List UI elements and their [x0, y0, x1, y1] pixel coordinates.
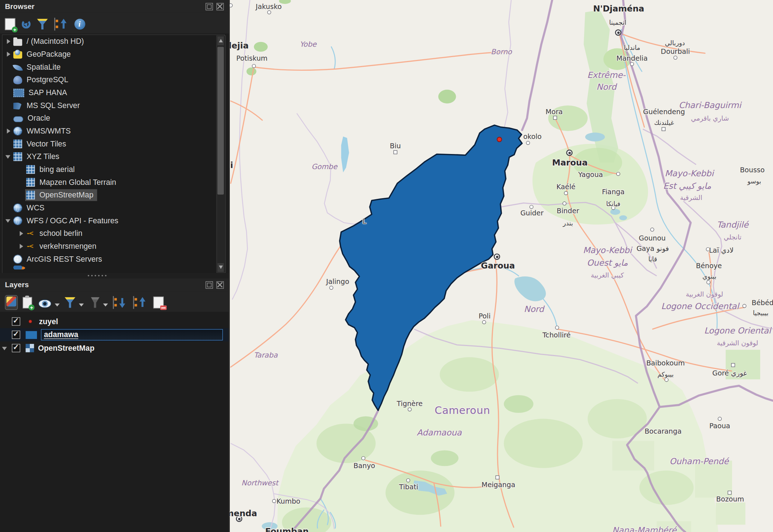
scroll-down-icon[interactable]: [217, 263, 224, 272]
layer-item-adamawa[interactable]: adamawa: [0, 328, 229, 341]
tree-item-arcgis-rest-servers[interactable]: ArcGIS REST Servers: [3, 253, 225, 266]
browser-scrollbar[interactable]: [217, 36, 226, 273]
tree-item-macintosh-hd[interactable]: / (Macintosh HD): [3, 35, 225, 48]
tree-item-label: WCS: [27, 204, 45, 213]
expander-icon[interactable]: [4, 217, 12, 225]
close-panel-icon[interactable]: [217, 3, 224, 10]
expander-icon[interactable]: [4, 37, 12, 45]
tree-item-oracle[interactable]: Oracle: [3, 112, 225, 125]
tree-item-body: school berlin: [25, 228, 86, 239]
filter-browser-icon[interactable]: [37, 19, 48, 29]
tree-item-label: verkehrsmengen: [40, 242, 96, 251]
tree-item-xyz-tiles[interactable]: XYZ Tiles: [3, 150, 225, 163]
globe-wfs-icon: [13, 216, 22, 225]
expander-icon[interactable]: [4, 50, 12, 58]
float-panel-icon[interactable]: [205, 3, 213, 10]
tree-item-ms-sql-server[interactable]: MS SQL Server: [3, 99, 225, 112]
layer-rename-input[interactable]: adamawa: [41, 329, 223, 341]
expand-all-icon[interactable]: [113, 296, 126, 309]
styling-panel-icon[interactable]: [6, 297, 16, 306]
tree-item-label: SpatiaLite: [27, 62, 61, 71]
layer-label: OpenStreetMap: [38, 344, 94, 353]
tree-item-label: school berlin: [40, 229, 82, 238]
pressed-tool[interactable]: [5, 295, 18, 310]
expander-spacer: [4, 89, 12, 97]
float-panel-icon[interactable]: [205, 281, 213, 289]
expander-icon[interactable]: [1, 344, 9, 352]
tree-item-bing-aerial[interactable]: bing aerial: [3, 163, 225, 176]
map-canvas[interactable]: JakuskodejiaPotiskumYobeBornoN'Djaménaان…: [229, 0, 773, 532]
expander-spacer: [1, 331, 9, 339]
tree-item-wms-wmts[interactable]: WMS/WMTS: [3, 125, 225, 137]
dropdown-caret-icon[interactable]: [103, 303, 108, 306]
postgresql-icon: [13, 76, 22, 84]
tree-item-label: Mapzen Global Terrain: [40, 178, 116, 187]
filter-legend-icon[interactable]: [65, 297, 75, 308]
tree-item-vector-tiles[interactable]: Vector Tiles: [3, 137, 225, 150]
zuyel-feature[interactable]: [497, 137, 502, 142]
expander-spacer: [4, 255, 12, 263]
tree-item-geopackage[interactable]: GeoPackage: [3, 48, 225, 61]
panel-splitter[interactable]: [0, 273, 229, 278]
browser-toolbar: [0, 13, 229, 34]
tree-item-partial[interactable]: [3, 266, 225, 270]
tree-item-mapzen-global-terrain[interactable]: Mapzen Global Terrain: [3, 176, 225, 189]
expander-icon[interactable]: [17, 230, 25, 238]
properties-info-icon[interactable]: [74, 19, 85, 29]
dropdown-caret-icon[interactable]: [55, 303, 60, 306]
expander-icon[interactable]: [4, 153, 12, 160]
tiles-icon: [13, 152, 22, 161]
layers-toolbar: [0, 291, 229, 312]
browser-panel-title: Browser: [5, 2, 34, 10]
scrollbar-thumb[interactable]: [217, 47, 224, 195]
expander-spacer: [17, 178, 25, 186]
tree-item-label: ArcGIS REST Servers: [27, 255, 102, 264]
tree-item-label: SAP HANA: [29, 88, 67, 97]
layers-panel-title: Layers: [5, 280, 29, 289]
add-layer-icon[interactable]: [5, 18, 15, 30]
tree-item-verkehrsmengen[interactable]: verkehrsmengen: [3, 240, 225, 253]
tree-item-openstreetmap[interactable]: OpenStreetMap: [3, 189, 225, 202]
layer-checkbox[interactable]: [12, 317, 20, 326]
tree-item-spatialite[interactable]: SpatiaLite: [3, 61, 225, 74]
tree-item-body: XYZ Tiles: [12, 151, 63, 163]
scroll-up-icon[interactable]: [217, 37, 224, 46]
geopackage-icon: [13, 51, 22, 59]
expander-spacer: [1, 318, 9, 326]
left-dock: Browser / (Macintosh HD)GeoPackageSpatia…: [0, 0, 229, 532]
tree-item-body: WMS/WMTS: [12, 125, 75, 137]
tree-item-label: OpenStreetMap: [40, 191, 93, 200]
tree-item-label: PostgreSQL: [27, 75, 68, 84]
tree-item-body: bing aerial: [25, 164, 79, 176]
tree-item-postgresql[interactable]: PostgreSQL: [3, 73, 225, 86]
tree-item-wfs-ogc-api-features[interactable]: WFS / OGC API - Features: [3, 214, 225, 227]
tree-item-label: GeoPackage: [27, 50, 71, 59]
tree-item-sap-hana[interactable]: SAP HANA: [3, 86, 225, 99]
collapse-all-icon[interactable]: [54, 18, 68, 31]
remove-layer-icon[interactable]: [153, 297, 164, 308]
tree-item-label: Vector Tiles: [27, 139, 66, 148]
sap-hana-icon: [13, 89, 24, 97]
dropdown-caret-icon[interactable]: [79, 303, 84, 306]
expander-spacer: [4, 266, 12, 270]
layer-item-openstreetmap[interactable]: OpenStreetMap: [0, 341, 229, 355]
expander-icon[interactable]: [17, 242, 25, 250]
refresh-icon[interactable]: [22, 20, 31, 29]
point-red-icon: [29, 320, 32, 323]
expander-icon[interactable]: [4, 127, 12, 135]
osm-checker-icon: [26, 344, 34, 352]
tree-item-wcs[interactable]: WCS: [3, 201, 225, 214]
layer-checkbox[interactable]: [12, 331, 20, 339]
tree-item-school-berlin[interactable]: school berlin: [3, 227, 225, 240]
mssql-icon: [13, 102, 22, 110]
collapse-all-icon[interactable]: [133, 296, 147, 309]
close-panel-icon[interactable]: [217, 281, 224, 289]
manage-themes-icon[interactable]: [38, 299, 51, 308]
layers-panel-header: Layers: [0, 278, 229, 291]
layer-item-zuyel[interactable]: zuyel: [0, 315, 229, 328]
layer-checkbox[interactable]: [12, 344, 20, 352]
qgis-window: Browser / (Macintosh HD)GeoPackageSpatia…: [0, 0, 773, 532]
filter-expression-icon[interactable]: [89, 297, 99, 308]
tree-item-body: [12, 266, 31, 270]
add-group-icon[interactable]: [23, 297, 32, 308]
